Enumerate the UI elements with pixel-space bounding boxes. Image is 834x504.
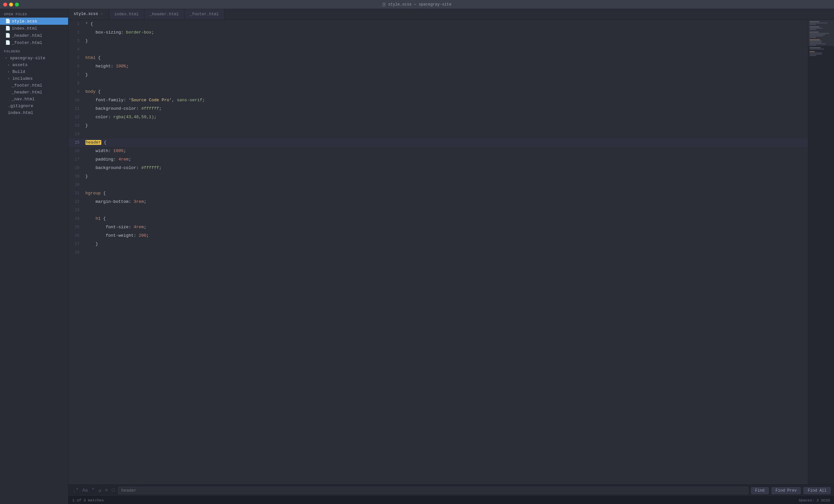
minimize-button[interactable]: [9, 3, 13, 6]
sidebar-file-gitignore[interactable]: .gitignore: [0, 102, 68, 109]
file-icon-footer: 📄: [5, 40, 10, 45]
minimap-line: [810, 47, 821, 48]
code-line-23: 23: [68, 206, 808, 214]
tab-header-html[interactable]: _header.html: [144, 9, 184, 20]
sidebar-item-header-html-open[interactable]: 📄 _header.html: [0, 32, 68, 39]
find-icon-highlight[interactable]: □: [110, 487, 116, 494]
code-line-5: 5 html {: [68, 54, 808, 62]
tab-style-scss[interactable]: style.scss ×: [68, 9, 109, 20]
open-files-title: OPEN FILES: [0, 9, 68, 18]
file-icon-index: 📄: [5, 26, 10, 31]
search-highlight-1: header: [85, 140, 101, 145]
folder-arrow-includes: [8, 77, 11, 81]
find-input[interactable]: header: [118, 487, 748, 494]
code-editor[interactable]: 1 * { 2 box-sizing: border-box; 3 } 4: [68, 20, 808, 484]
code-line-20: 20: [68, 181, 808, 189]
minimap-line: [810, 48, 824, 49]
code-line-4: 4: [68, 45, 808, 54]
code-line-14: 14: [68, 130, 808, 138]
code-line-2: 2 box-sizing: border-box;: [68, 28, 808, 37]
main-layout: OPEN FILES 📄 style.scss 📄 index.html 📄 _…: [0, 9, 834, 504]
code-line-3: 3 }: [68, 37, 808, 45]
code-line-7: 7 }: [68, 71, 808, 79]
sidebar-file-nav[interactable]: _nav.html: [0, 96, 68, 102]
tab-index-html[interactable]: index.html: [109, 9, 144, 20]
maximize-button[interactable]: [15, 3, 19, 6]
sidebar-folder-assets[interactable]: assets: [0, 62, 68, 68]
code-line-18: 18 background-color: #ffffff;: [68, 164, 808, 172]
find-icon-case[interactable]: Aa: [81, 487, 89, 494]
file-icon-header: 📄: [5, 33, 10, 38]
sidebar-file-index[interactable]: index.html: [0, 109, 68, 116]
minimap-line: [810, 52, 822, 53]
code-line-9: 9 body {: [68, 88, 808, 96]
sidebar-folder-build[interactable]: Build: [0, 68, 68, 75]
folder-arrow-build: [8, 70, 11, 74]
code-line-21: 21 hgroup {: [68, 189, 808, 198]
sidebar-folder-spacegray-site[interactable]: spacegray-site: [0, 55, 68, 62]
code-line-15: 15 header {: [68, 138, 808, 147]
find-all-button[interactable]: Find All: [804, 487, 831, 494]
sidebar-file-header[interactable]: _header.html: [0, 89, 68, 96]
minimap-line: [810, 33, 829, 34]
window-controls[interactable]: [3, 3, 19, 6]
code-line-22: 22 margin-bottom: 3rem;: [68, 198, 808, 206]
find-bar-icons: .* Aa " ↺ ≡ □: [72, 487, 116, 494]
minimap-line: [810, 29, 816, 30]
code-line-6: 6 height: 100%;: [68, 62, 808, 71]
minimap-line: [810, 43, 826, 44]
tab-label-header: _header.html: [150, 12, 179, 17]
minimap-line: [810, 26, 819, 27]
tab-label-index: index.html: [114, 12, 139, 17]
find-bar: .* Aa " ↺ ≡ □ header Find Find Prev Find…: [68, 484, 834, 496]
minimap-line: [810, 37, 816, 38]
code-line-17: 17 padding: 4rem;: [68, 155, 808, 164]
sidebar-file-footer[interactable]: _footer.html: [0, 82, 68, 89]
find-icon-word[interactable]: ": [91, 487, 96, 494]
code-line-10: 10 font-family: 'Source Code Pro', sans-…: [68, 96, 808, 105]
minimap: [808, 20, 834, 484]
code-line-8: 8: [68, 79, 808, 88]
sidebar-item-style-scss[interactable]: 📄 style.scss: [0, 18, 68, 25]
code-line-16: 16 width: 100%;: [68, 147, 808, 155]
tab-label-style: style.scss: [74, 12, 98, 16]
minimap-line: [810, 24, 816, 25]
file-icon-style: 📄: [5, 19, 10, 24]
tabs-bar: style.scss × index.html _header.html _fo…: [68, 9, 834, 20]
minimap-line: [810, 31, 819, 32]
code-line-25: 25 font-size: 4rem;: [68, 223, 808, 231]
minimap-line: [810, 36, 823, 37]
status-right: Spaces: 2 SCSS: [798, 498, 830, 502]
status-bar: 1 of 3 matches Spaces: 2 SCSS: [68, 496, 834, 504]
find-icon-insel[interactable]: ≡: [104, 487, 109, 494]
status-matches: 1 of 3 matches: [72, 498, 104, 502]
window-title: style.scss — spacegray-site: [382, 2, 451, 7]
minimap-line: [810, 41, 822, 42]
minimap-line: [810, 39, 820, 40]
tab-label-footer: _footer.html: [190, 12, 219, 17]
tab-close-style[interactable]: ×: [100, 12, 104, 16]
code-line-19: 19 }: [68, 172, 808, 181]
find-icon-wrap[interactable]: ↺: [97, 487, 102, 494]
code-line-27: 27 }: [68, 240, 808, 248]
folders-title: FOLDERS: [0, 46, 68, 55]
minimap-line: [810, 45, 816, 46]
find-prev-button[interactable]: Find Prev: [771, 487, 801, 494]
titlebar: style.scss — spacegray-site: [0, 0, 834, 9]
minimap-line: [810, 22, 828, 23]
minimap-line: [810, 54, 822, 55]
code-line-26: 26 font-weight: 200;: [68, 231, 808, 240]
find-icon-regex[interactable]: .*: [72, 487, 80, 494]
sidebar-item-footer-html-open[interactable]: 📄 _footer.html: [0, 39, 68, 46]
file-icon: [382, 3, 387, 6]
sidebar-folder-includes[interactable]: includes: [0, 75, 68, 82]
find-button[interactable]: Find: [751, 487, 769, 494]
minimap-line: [810, 21, 819, 22]
folder-arrow-assets: [8, 63, 11, 67]
code-line-11: 11 background-color: #ffffff;: [68, 105, 808, 113]
minimap-line: [810, 42, 821, 43]
minimap-line: [810, 55, 816, 56]
tab-footer-html[interactable]: _footer.html: [184, 9, 224, 20]
sidebar-item-index-html-open[interactable]: 📄 index.html: [0, 25, 68, 32]
close-button[interactable]: [3, 3, 7, 6]
